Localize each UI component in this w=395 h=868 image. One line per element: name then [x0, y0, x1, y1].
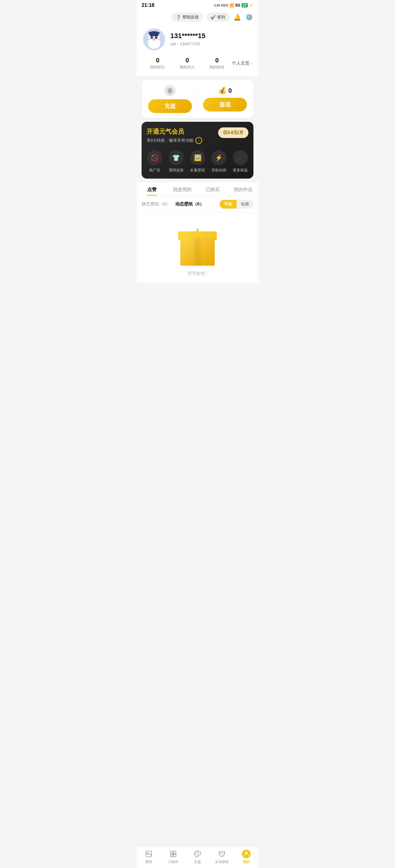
wifi-icon: 📶: [230, 3, 234, 7]
wallet-right: 💰 0 提现: [198, 87, 249, 112]
vip-feature-no-ads: 🚫 免广告: [146, 150, 163, 173]
full-wallpaper-icon: 🖼️: [190, 150, 205, 165]
svg-rect-4: [150, 32, 159, 36]
device-toggle: 手机 电脑: [220, 200, 253, 209]
vip-banner[interactable]: 开通元气会员 享8大特权，畅享所有功能 › 仅0.6元/月 🚫 免广告 👕 透明…: [142, 122, 253, 179]
wallet-icon: 💰: [218, 87, 227, 95]
status-right: 4.00 KB/S 📶 5G 27 ⚡: [214, 3, 253, 7]
sign-icon: ✔️: [210, 15, 216, 20]
svg-point-8: [156, 37, 157, 38]
sub-tab-dynamic[interactable]: 动态壁纸（0）: [175, 202, 204, 207]
svg-rect-17: [194, 238, 201, 266]
phone-button[interactable]: 手机: [220, 200, 236, 209]
transparent-skin-icon: 👕: [169, 150, 184, 165]
help-icon: ❓: [176, 15, 181, 20]
tab-likes[interactable]: 点赞: [137, 182, 167, 196]
vip-features: 🚫 免广告 👕 透明皮肤 🖼️ 全量壁纸 ⚡ 充电动画 ··· 更多权益: [146, 150, 249, 173]
recharge-button[interactable]: 充值: [148, 99, 192, 113]
transparent-skin-label: 透明皮肤: [169, 168, 184, 173]
no-ads-label: 免广告: [149, 168, 160, 173]
balance-row: 💰 0: [218, 87, 232, 95]
tab-bought[interactable]: 已购买: [198, 182, 228, 196]
tab-used[interactable]: 我使用的: [167, 182, 198, 196]
vip-price-badge[interactable]: 仅0.6元/月: [218, 127, 249, 138]
charging-icon: ⚡: [249, 3, 253, 7]
points-value: 0: [143, 57, 172, 64]
fans-label: 我的粉丝: [202, 65, 232, 70]
profile-uid: uid：134577153: [170, 41, 252, 47]
help-label: 帮助反馈: [182, 14, 199, 20]
sign-in-button[interactable]: ✔️ 签到: [206, 12, 230, 22]
vip-feature-full-wallpaper: 🖼️ 全量壁纸: [189, 150, 206, 173]
main-tabs: 点赞 我使用的 已购买 我的作品: [137, 182, 258, 196]
signal-icon: 5G: [235, 3, 240, 7]
avatar: [143, 28, 165, 51]
chevron-right-icon: ›: [251, 61, 252, 66]
battery-badge: 27: [242, 3, 248, 7]
profile-info: 131******15 uid：134577153: [170, 32, 252, 47]
notification-button[interactable]: 🔔: [233, 13, 242, 22]
vip-feature-transparent-skin: 👕 透明皮肤: [168, 150, 184, 173]
tab-works[interactable]: 我的作品: [228, 182, 259, 196]
no-ads-icon: 🚫: [147, 150, 162, 165]
sub-tabs-row: 静态壁纸（0） 动态壁纸（0） 手机 电脑: [137, 196, 258, 213]
computer-button[interactable]: 电脑: [236, 200, 253, 209]
profile-page-label: 个人主页: [232, 61, 249, 66]
withdraw-button[interactable]: 提现: [203, 98, 247, 112]
full-wallpaper-label: 全量壁纸: [190, 168, 205, 173]
svg-text:V: V: [169, 89, 171, 92]
status-bar: 21:18 4.00 KB/S 📶 5G 27 ⚡: [137, 0, 258, 9]
shield-icon: V: [164, 85, 176, 96]
following-label: 我的关注: [172, 65, 202, 70]
points-label: 我的积分: [143, 65, 172, 70]
vip-feature-more-benefits: ··· 更多权益: [232, 150, 249, 173]
box-body: [180, 238, 215, 266]
svg-point-9: [152, 38, 156, 40]
profile-name: 131******15: [170, 32, 252, 40]
settings-button[interactable]: ⚙️: [245, 13, 253, 22]
empty-box-illustration: [172, 225, 223, 266]
stat-fans: 0 我的粉丝: [202, 57, 232, 70]
vip-subtitle: 享8大特权，畅享所有功能 ›: [146, 137, 249, 144]
top-nav: ❓ 帮助反馈 ✔️ 签到 🔔 ⚙️: [137, 9, 258, 25]
status-time: 21:18: [142, 2, 154, 8]
charge-animation-label: 充电动画: [211, 168, 226, 173]
stats-row: 0 我的积分 0 我的关注 0 我的粉丝 个人主页 ›: [143, 56, 252, 70]
more-benefits-icon: ···: [233, 150, 248, 165]
sub-tab-static[interactable]: 静态壁纸（0）: [142, 202, 170, 207]
profile-row: 131******15 uid：134577153: [143, 28, 252, 51]
stat-points: 0 我的积分: [143, 57, 172, 70]
network-speed: 4.00 KB/S: [214, 4, 228, 7]
wallet-left: V 充值: [146, 85, 198, 113]
following-value: 0: [172, 57, 202, 64]
profile-section: 131******15 uid：134577153 0 我的积分 0 我的关注 …: [137, 25, 258, 76]
fans-value: 0: [202, 57, 232, 64]
charge-animation-icon: ⚡: [211, 150, 226, 165]
profile-page-link[interactable]: 个人主页 ›: [232, 61, 252, 66]
avatar-image: [143, 29, 165, 50]
svg-point-7: [152, 37, 153, 38]
help-feedback-button[interactable]: ❓ 帮助反馈: [172, 12, 203, 22]
empty-label: 空空如也~: [188, 271, 207, 276]
empty-state: 空空如也~: [137, 213, 258, 283]
wallet-balance: 0: [228, 87, 232, 94]
vip-feature-charge-animation: ⚡ 充电动画: [210, 150, 227, 173]
sign-label: 签到: [217, 14, 225, 20]
more-benefits-label: 更多权益: [233, 168, 248, 173]
vip-more-icon: ›: [195, 137, 202, 144]
wallet-card: V 充值 💰 0 提现: [142, 80, 253, 118]
stat-following: 0 我的关注: [172, 57, 202, 70]
